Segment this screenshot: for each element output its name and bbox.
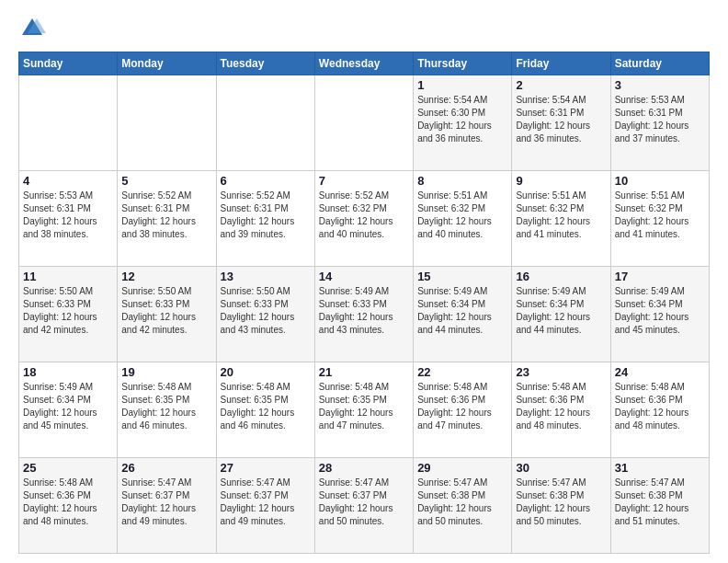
- day-number: 30: [516, 461, 606, 475]
- day-number: 5: [121, 174, 211, 188]
- calendar-cell: 7Sunrise: 5:52 AM Sunset: 6:32 PM Daylig…: [314, 171, 413, 267]
- day-info: Sunrise: 5:51 AM Sunset: 6:32 PM Dayligh…: [417, 190, 507, 241]
- calendar-cell: 22Sunrise: 5:48 AM Sunset: 6:36 PM Dayli…: [414, 362, 512, 458]
- day-number: 4: [23, 174, 113, 188]
- day-info: Sunrise: 5:47 AM Sunset: 6:38 PM Dayligh…: [516, 477, 606, 528]
- day-number: 17: [615, 270, 705, 283]
- calendar-cell: 17Sunrise: 5:49 AM Sunset: 6:34 PM Dayli…: [610, 267, 709, 362]
- day-info: Sunrise: 5:51 AM Sunset: 6:32 PM Dayligh…: [615, 190, 705, 241]
- calendar-table: SundayMondayTuesdayWednesdayThursdayFrid…: [18, 52, 710, 554]
- calendar-cell: 4Sunrise: 5:53 AM Sunset: 6:31 PM Daylig…: [19, 171, 118, 267]
- day-number: 24: [615, 365, 705, 379]
- calendar-cell: 11Sunrise: 5:50 AM Sunset: 6:33 PM Dayli…: [19, 267, 118, 362]
- day-number: 18: [23, 365, 113, 379]
- calendar-week-row: 25Sunrise: 5:48 AM Sunset: 6:36 PM Dayli…: [19, 458, 710, 554]
- day-number: 29: [417, 461, 507, 475]
- day-number: 16: [516, 270, 606, 283]
- day-info: Sunrise: 5:48 AM Sunset: 6:36 PM Dayligh…: [615, 381, 705, 432]
- calendar-header-wednesday: Wednesday: [314, 52, 413, 75]
- calendar-header-row: SundayMondayTuesdayWednesdayThursdayFrid…: [19, 52, 710, 75]
- calendar-header-friday: Friday: [512, 52, 610, 75]
- calendar-cell: [216, 75, 314, 171]
- calendar-header-thursday: Thursday: [414, 52, 512, 75]
- day-number: 8: [417, 174, 507, 188]
- day-info: Sunrise: 5:50 AM Sunset: 6:33 PM Dayligh…: [23, 285, 113, 337]
- calendar-cell: [314, 75, 413, 171]
- day-info: Sunrise: 5:47 AM Sunset: 6:37 PM Dayligh…: [121, 477, 211, 528]
- calendar-cell: 27Sunrise: 5:47 AM Sunset: 6:37 PM Dayli…: [216, 458, 314, 554]
- day-number: 25: [23, 461, 113, 475]
- calendar-cell: 15Sunrise: 5:49 AM Sunset: 6:34 PM Dayli…: [414, 267, 512, 362]
- day-number: 26: [121, 461, 211, 475]
- calendar-cell: 21Sunrise: 5:48 AM Sunset: 6:35 PM Dayli…: [314, 362, 413, 458]
- day-info: Sunrise: 5:53 AM Sunset: 6:31 PM Dayligh…: [615, 94, 705, 145]
- calendar-cell: 10Sunrise: 5:51 AM Sunset: 6:32 PM Dayli…: [610, 171, 709, 267]
- calendar-cell: 24Sunrise: 5:48 AM Sunset: 6:36 PM Dayli…: [610, 362, 709, 458]
- calendar-cell: 1Sunrise: 5:54 AM Sunset: 6:30 PM Daylig…: [414, 75, 512, 171]
- day-number: 14: [319, 270, 409, 283]
- day-number: 1: [417, 78, 507, 92]
- calendar-week-row: 1Sunrise: 5:54 AM Sunset: 6:30 PM Daylig…: [19, 75, 710, 171]
- day-info: Sunrise: 5:48 AM Sunset: 6:35 PM Dayligh…: [221, 381, 311, 432]
- day-info: Sunrise: 5:49 AM Sunset: 6:34 PM Dayligh…: [516, 285, 606, 337]
- header: [18, 15, 710, 42]
- day-number: 3: [615, 78, 705, 92]
- calendar-cell: 5Sunrise: 5:52 AM Sunset: 6:31 PM Daylig…: [118, 171, 216, 267]
- calendar-cell: 13Sunrise: 5:50 AM Sunset: 6:33 PM Dayli…: [216, 267, 314, 362]
- calendar-cell: 9Sunrise: 5:51 AM Sunset: 6:32 PM Daylig…: [512, 171, 610, 267]
- day-info: Sunrise: 5:50 AM Sunset: 6:33 PM Dayligh…: [121, 285, 211, 337]
- calendar-cell: [118, 75, 216, 171]
- calendar-cell: 19Sunrise: 5:48 AM Sunset: 6:35 PM Dayli…: [118, 362, 216, 458]
- calendar-cell: 14Sunrise: 5:49 AM Sunset: 6:33 PM Dayli…: [314, 267, 413, 362]
- calendar-cell: [19, 75, 118, 171]
- day-number: 12: [121, 270, 211, 283]
- day-info: Sunrise: 5:47 AM Sunset: 6:37 PM Dayligh…: [221, 477, 311, 528]
- calendar-cell: 29Sunrise: 5:47 AM Sunset: 6:38 PM Dayli…: [414, 458, 512, 554]
- calendar-cell: 18Sunrise: 5:49 AM Sunset: 6:34 PM Dayli…: [19, 362, 118, 458]
- calendar-cell: 20Sunrise: 5:48 AM Sunset: 6:35 PM Dayli…: [216, 362, 314, 458]
- day-info: Sunrise: 5:48 AM Sunset: 6:35 PM Dayligh…: [121, 381, 211, 432]
- calendar-cell: 23Sunrise: 5:48 AM Sunset: 6:36 PM Dayli…: [512, 362, 610, 458]
- day-info: Sunrise: 5:54 AM Sunset: 6:31 PM Dayligh…: [516, 94, 606, 145]
- logo-icon: [18, 15, 46, 42]
- day-info: Sunrise: 5:50 AM Sunset: 6:33 PM Dayligh…: [221, 285, 311, 337]
- calendar-header-saturday: Saturday: [610, 52, 709, 75]
- day-info: Sunrise: 5:53 AM Sunset: 6:31 PM Dayligh…: [23, 190, 113, 241]
- calendar-cell: 16Sunrise: 5:49 AM Sunset: 6:34 PM Dayli…: [512, 267, 610, 362]
- day-number: 9: [516, 174, 606, 188]
- calendar-week-row: 18Sunrise: 5:49 AM Sunset: 6:34 PM Dayli…: [19, 362, 710, 458]
- calendar-header-sunday: Sunday: [19, 52, 118, 75]
- day-number: 21: [319, 365, 409, 379]
- day-info: Sunrise: 5:49 AM Sunset: 6:33 PM Dayligh…: [319, 285, 409, 337]
- day-info: Sunrise: 5:48 AM Sunset: 6:36 PM Dayligh…: [23, 477, 113, 528]
- day-number: 31: [615, 461, 705, 475]
- day-info: Sunrise: 5:48 AM Sunset: 6:36 PM Dayligh…: [417, 381, 507, 432]
- calendar-cell: 30Sunrise: 5:47 AM Sunset: 6:38 PM Dayli…: [512, 458, 610, 554]
- calendar-cell: 26Sunrise: 5:47 AM Sunset: 6:37 PM Dayli…: [118, 458, 216, 554]
- day-number: 27: [221, 461, 311, 475]
- calendar-cell: 2Sunrise: 5:54 AM Sunset: 6:31 PM Daylig…: [512, 75, 610, 171]
- day-number: 23: [516, 365, 606, 379]
- calendar-cell: 3Sunrise: 5:53 AM Sunset: 6:31 PM Daylig…: [610, 75, 709, 171]
- day-info: Sunrise: 5:47 AM Sunset: 6:38 PM Dayligh…: [615, 477, 705, 528]
- day-number: 20: [221, 365, 311, 379]
- day-number: 6: [221, 174, 311, 188]
- day-number: 7: [319, 174, 409, 188]
- day-info: Sunrise: 5:49 AM Sunset: 6:34 PM Dayligh…: [615, 285, 705, 337]
- calendar-cell: 28Sunrise: 5:47 AM Sunset: 6:37 PM Dayli…: [314, 458, 413, 554]
- day-info: Sunrise: 5:48 AM Sunset: 6:36 PM Dayligh…: [516, 381, 606, 432]
- day-number: 10: [615, 174, 705, 188]
- day-info: Sunrise: 5:47 AM Sunset: 6:38 PM Dayligh…: [417, 477, 507, 528]
- day-info: Sunrise: 5:52 AM Sunset: 6:32 PM Dayligh…: [319, 190, 409, 241]
- day-info: Sunrise: 5:52 AM Sunset: 6:31 PM Dayligh…: [221, 190, 311, 241]
- day-info: Sunrise: 5:49 AM Sunset: 6:34 PM Dayligh…: [417, 285, 507, 337]
- calendar-header-tuesday: Tuesday: [216, 52, 314, 75]
- day-number: 2: [516, 78, 606, 92]
- day-info: Sunrise: 5:54 AM Sunset: 6:30 PM Dayligh…: [417, 94, 507, 145]
- day-info: Sunrise: 5:52 AM Sunset: 6:31 PM Dayligh…: [121, 190, 211, 241]
- day-number: 22: [417, 365, 507, 379]
- day-info: Sunrise: 5:47 AM Sunset: 6:37 PM Dayligh…: [319, 477, 409, 528]
- day-info: Sunrise: 5:48 AM Sunset: 6:35 PM Dayligh…: [319, 381, 409, 432]
- day-info: Sunrise: 5:49 AM Sunset: 6:34 PM Dayligh…: [23, 381, 113, 432]
- calendar-header-monday: Monday: [118, 52, 216, 75]
